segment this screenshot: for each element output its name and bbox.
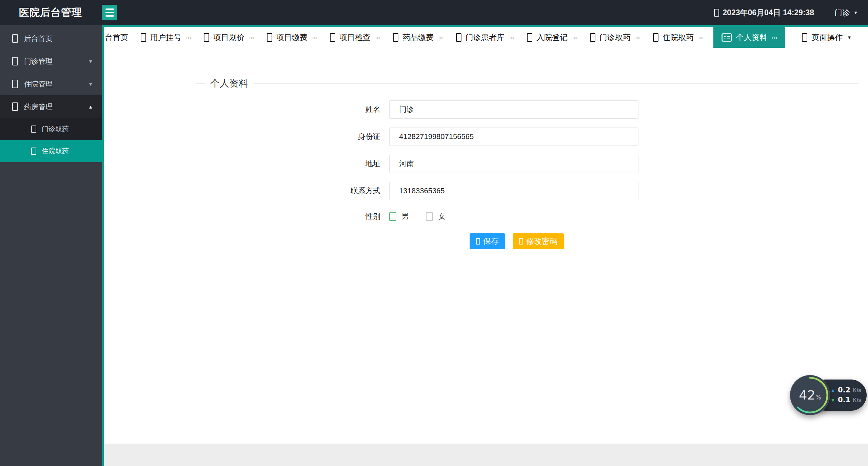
tab-placeholder-icon <box>590 33 595 42</box>
datetime-text: 2023年06月04日 14:29:38 <box>723 7 814 18</box>
upload-speed-unit: K/s <box>853 388 861 393</box>
tab-close-icon[interactable]: ∞ <box>312 34 317 42</box>
name-field[interactable] <box>389 100 638 119</box>
profile-panel: 个人资料 姓名 身份证 地址 联系方式 <box>104 48 868 444</box>
chevron-down-icon: ▼ <box>88 59 93 64</box>
tab-placeholder-icon <box>393 33 398 42</box>
sidebar-item-home[interactable]: 后台首页 <box>0 27 102 50</box>
tab-label: 门诊患者库 <box>466 32 505 43</box>
footer-band <box>104 444 868 466</box>
tab-strip: 后台首页 用户挂号 ∞ 项目划价 ∞ 项目缴费 ∞ <box>104 27 785 48</box>
inpatient-placeholder-icon <box>12 80 18 88</box>
form-row-gender: 性别 男 女 <box>104 209 868 224</box>
sidebar-subitem-inpatient-dispense[interactable]: 住院取药 <box>0 140 102 162</box>
gender-male-label: 男 <box>401 211 409 221</box>
tab-item-pricing[interactable]: 项目划价 ∞ <box>201 27 257 48</box>
username: 门诊 <box>834 7 850 18</box>
top-header: 医院后台管理 2023年06月04日 14:29:38 门诊 ▼ <box>0 0 868 25</box>
page-actions-dropdown[interactable]: 页面操作 ▼ <box>785 27 868 48</box>
address-label: 地址 <box>104 159 380 169</box>
phone-label: 联系方式 <box>104 186 380 196</box>
tab-label: 门诊取药 <box>599 32 631 43</box>
tab-label: 项目划价 <box>213 32 244 43</box>
dispense-placeholder-icon <box>31 125 36 133</box>
tab-profile-active[interactable]: 个人资料 ∞ <box>713 27 785 48</box>
tab-item-examination[interactable]: 项目检查 ∞ <box>327 27 383 48</box>
tab-close-icon[interactable]: ∞ <box>438 34 443 42</box>
hamburger-menu-button[interactable] <box>102 5 117 20</box>
page-title: 个人资料 <box>205 77 254 90</box>
gender-female-radio[interactable]: 女 <box>426 211 446 221</box>
tab-label: 项目检查 <box>339 32 371 43</box>
form-row-id-card: 身份证 <box>104 128 868 146</box>
sidebar-item-inpatient-mgmt[interactable]: 住院管理 ▼ <box>0 73 102 95</box>
form-row-phone: 联系方式 <box>104 182 868 200</box>
tab-close-icon[interactable]: ∞ <box>772 34 777 42</box>
network-monitor-widget: ▲ 0.2 K/s ▼ 0.1 K/s 42% <box>790 375 867 415</box>
tab-placeholder-icon <box>456 33 461 42</box>
gender-male-radio[interactable]: 男 <box>389 211 409 221</box>
pharmacy-placeholder-icon <box>12 102 18 111</box>
password-placeholder-icon <box>519 238 523 245</box>
download-speed-value: 0.1 <box>838 396 850 404</box>
tab-close-icon[interactable]: ∞ <box>375 34 380 42</box>
tab-close-icon[interactable]: ∞ <box>635 34 640 42</box>
sidebar: 后台首页 门诊管理 ▼ 住院管理 ▼ 药房管理 ▲ 门诊取药 住院取药 <box>0 25 102 466</box>
user-menu[interactable]: 门诊 ▼ <box>834 7 858 18</box>
tab-medicine-payment[interactable]: 药品缴费 ∞ <box>390 27 446 48</box>
tab-outpatient-db[interactable]: 门诊患者库 ∞ <box>453 27 517 48</box>
form-row-address: 地址 <box>104 155 868 173</box>
profile-fieldset: 个人资料 <box>196 83 858 84</box>
tab-admission-registration[interactable]: 入院登记 ∞ <box>524 27 580 48</box>
download-speed-unit: K/s <box>853 397 861 403</box>
chevron-down-icon: ▼ <box>847 35 852 40</box>
outpatient-placeholder-icon <box>12 57 18 65</box>
change-password-button[interactable]: 修改密码 <box>513 233 564 249</box>
sidebar-item-pharmacy-mgmt[interactable]: 药房管理 ▲ <box>0 95 102 118</box>
form-row-name: 姓名 <box>104 100 868 119</box>
tab-placeholder-icon <box>141 33 146 42</box>
cpu-gauge[interactable]: 42% <box>790 375 830 415</box>
name-label: 姓名 <box>104 104 380 115</box>
tab-inpatient-dispense[interactable]: 住院取药 ∞ <box>650 27 706 48</box>
sidebar-item-outpatient-mgmt[interactable]: 门诊管理 ▼ <box>0 50 102 73</box>
tab-placeholder-icon <box>527 33 532 42</box>
id-card-label: 身份证 <box>104 132 380 142</box>
save-button[interactable]: 保存 <box>470 233 505 249</box>
tab-close-icon[interactable]: ∞ <box>249 34 254 42</box>
tab-label: 后台首页 <box>104 32 128 43</box>
tab-close-icon[interactable]: ∞ <box>572 34 577 42</box>
id-card-icon <box>722 33 732 42</box>
phone-field[interactable] <box>389 182 638 200</box>
calendar-placeholder-icon <box>714 9 719 17</box>
id-card-field[interactable] <box>389 128 638 146</box>
tab-outpatient-dispense[interactable]: 门诊取药 ∞ <box>587 27 643 48</box>
page-actions-label: 页面操作 <box>812 32 843 43</box>
tab-placeholder-icon <box>267 33 272 42</box>
tab-label: 项目缴费 <box>276 32 308 43</box>
tab-close-icon[interactable]: ∞ <box>186 34 191 42</box>
address-field[interactable] <box>389 155 638 173</box>
sidebar-item-label: 门诊管理 <box>24 57 53 66</box>
tab-user-registration[interactable]: 用户挂号 ∞ <box>138 27 194 48</box>
hamburger-icon <box>105 8 114 10</box>
sidebar-subitem-outpatient-dispense[interactable]: 门诊取药 <box>0 118 102 140</box>
upload-speed-value: 0.2 <box>838 387 850 394</box>
tab-bar: 后台首页 用户挂号 ∞ 项目划价 ∞ 项目缴费 ∞ <box>104 25 868 48</box>
tab-home[interactable]: 后台首页 <box>104 27 131 48</box>
tab-item-payment[interactable]: 项目缴费 ∞ <box>264 27 320 48</box>
sidebar-subitem-label: 住院取药 <box>42 147 69 156</box>
tab-label: 药品缴费 <box>402 32 434 43</box>
radio-unchecked-placeholder-icon <box>426 212 433 221</box>
tab-close-icon[interactable]: ∞ <box>698 34 704 42</box>
tab-placeholder-icon <box>204 33 209 42</box>
chevron-down-icon: ▼ <box>88 81 93 87</box>
tab-label: 住院取药 <box>663 32 694 43</box>
header-datetime: 2023年06月04日 14:29:38 <box>714 7 814 18</box>
upload-arrow-icon: ▲ <box>830 388 835 393</box>
tab-close-icon[interactable]: ∞ <box>509 34 514 42</box>
form-actions: 保存 修改密码 <box>470 233 868 249</box>
chevron-down-icon: ▼ <box>853 11 858 15</box>
gender-label: 性别 <box>104 211 380 221</box>
profile-form: 姓名 身份证 地址 联系方式 性别 <box>104 100 868 249</box>
